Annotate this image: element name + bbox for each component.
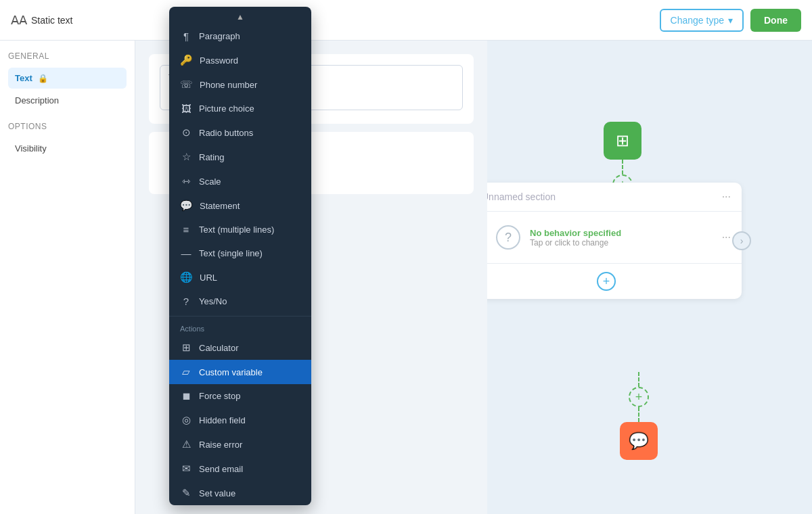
section-title: Unnamed section [487,191,556,202]
connector-bottom [638,372,639,387]
section-card: Unnamed section ··· ? No behavior specif… [487,183,742,299]
dropdown-item-label-calculator: Calculator [199,343,239,353]
header: 𝖠𝖠 Static text Change type ▾ Done [0,0,812,41]
app-title: Static text [31,15,72,26]
dropdown-item-label-hidden-field: Hidden field [199,415,246,425]
dropdown-item-radio[interactable]: ⊙ Radio buttons [169,120,311,145]
chat-icon: 💬 [629,431,649,450]
dropdown-item-password[interactable]: 🔑 Password [169,48,311,72]
calculator-icon: ⊞ [180,342,192,354]
url-icon: 🌐 [180,271,193,283]
change-type-button[interactable]: Change type ▾ [660,9,744,32]
behavior-text: No behavior specified Tap or click to ch… [530,228,713,248]
password-icon: 🔑 [180,54,193,66]
behavior-subtitle: Tap or click to change [530,238,713,248]
dropdown-item-set-value[interactable]: ✎ Set value [169,481,311,505]
text-multi-icon: ≡ [180,224,192,235]
dropdown-item-text-multi[interactable]: ≡ Text (multiple lines) [169,218,311,241]
dropdown-item-label-rating: Rating [199,152,225,162]
bottom-flow: + 💬 [620,372,658,460]
dropdown-item-label-raise-error: Raise error [199,440,242,450]
dropdown-item-url[interactable]: 🌐 URL [169,265,311,289]
hidden-field-icon: ◎ [180,414,192,426]
section-menu-button[interactable]: ··· [722,191,731,203]
text-single-icon: — [180,248,192,259]
dropdown-item-paragraph[interactable]: ¶ Paragraph [169,24,311,48]
entry-node[interactable]: ⊞ [604,122,641,160]
options-section: Options Visibility [8,122,127,159]
dropdown-item-label-statement: Statement [200,201,240,211]
chat-node[interactable]: 💬 [620,422,658,460]
dropdown-item-label-force-stop: Force stop [199,391,240,401]
dropdown-item-scale[interactable]: ⇿ Scale [169,169,311,193]
dropdown-item-label-scale: Scale [199,177,221,187]
dropdown-item-label-custom-variable: Custom variable [199,367,263,377]
paragraph-icon: ¶ [180,30,192,42]
dropdown-item-label-picture: Picture choice [199,103,254,114]
description-label: Description [15,95,59,106]
yesno-icon: ? [180,296,192,307]
entry-icon: ⊞ [616,131,629,150]
raise-error-icon: ⚠ [180,438,192,450]
radio-icon: ⊙ [180,126,192,139]
text-label: Text [15,73,32,83]
dropdown-item-picture[interactable]: 🖼 Picture choice [169,97,311,120]
done-button[interactable]: Done [750,9,801,32]
left-sidebar: General Text 🔒 Description Options Visib… [0,41,135,514]
visibility-label: Visibility [15,143,47,154]
dropdown-item-custom-variable[interactable]: ▱ Custom variable [169,360,311,384]
sidebar-item-text[interactable]: Text 🔒 [8,68,127,89]
force-stop-icon: ⏹ [180,390,192,402]
section-add-row: + [487,264,742,299]
add-node-bottom[interactable]: + [629,387,649,407]
behavior-menu-button[interactable]: ··· [722,231,731,243]
scale-icon: ⇿ [180,175,192,187]
dropdown-item-label-url: URL [200,273,217,283]
options-section-label: Options [8,122,127,131]
dropdown-item-label-password: Password [200,55,238,66]
behavior-icon: ? [496,225,520,250]
dropdown-item-label-phone: Phone number [200,80,257,90]
dropdown-menu: ▲ ¶ Paragraph 🔑 Password ☏ Phone number … [169,7,311,505]
dropdown-item-hidden-field[interactable]: ◎ Hidden field [169,408,311,432]
sidebar-item-description[interactable]: Description [8,90,127,111]
dropdown-item-label-set-value: Set value [199,488,235,498]
dropdown-item-label-text-multi: Text (multiple lines) [199,225,274,235]
app-logo: 𝖠𝖠 Static text [11,13,72,28]
connector-top [622,160,623,174]
dropdown-item-yesno[interactable]: ? Yes/No [169,289,311,313]
custom-variable-icon: ▱ [180,366,192,378]
set-value-icon: ✎ [180,487,192,499]
send-email-icon: ✉ [180,463,192,475]
sidebar-item-visibility[interactable]: Visibility [8,138,127,159]
dropdown-item-label-text-single: Text (single line) [199,248,263,258]
dropdown-item-rating[interactable]: ☆ Rating [169,145,311,169]
dropdown-item-send-email[interactable]: ✉ Send email [169,457,311,481]
expand-right-button[interactable]: › [732,231,751,250]
dropdown-item-calculator[interactable]: ⊞ Calculator [169,335,311,360]
dropdown-item-text-single[interactable]: — Text (single line) [169,241,311,265]
dropdown-item-force-stop[interactable]: ⏹ Force stop [169,384,311,408]
dropdown-item-label-yesno: Yes/No [199,296,227,306]
dropdown-item-statement[interactable]: 💬 Statement [169,193,311,218]
behavior-title: No behavior specified [530,228,713,238]
canvas-area: ⊞ + Unnamed section ··· ? No behavior sp… [487,41,812,514]
dropdown-up-arrow: ▲ [169,7,311,24]
section-add-button[interactable]: + [597,272,616,291]
section-header: Unnamed section ··· [487,183,742,212]
change-type-label: Change type [671,15,724,26]
dropdown-divider [169,316,311,317]
chevron-down-icon: ▾ [728,15,733,26]
phone-icon: ☏ [180,78,193,91]
lock-icon: 🔒 [38,74,48,83]
dropdown-item-label-paragraph: Paragraph [199,31,240,41]
dropdown-item-phone[interactable]: ☏ Phone number [169,72,311,97]
dropdown-item-label-radio: Radio buttons [199,128,253,138]
picture-icon: 🖼 [180,103,192,114]
general-section-label: General [8,51,127,61]
statement-icon: 💬 [180,200,193,212]
logo-icon: 𝖠𝖠 [11,13,27,28]
section-behavior[interactable]: ? No behavior specified Tap or click to … [487,212,742,264]
rating-icon: ☆ [180,151,192,163]
dropdown-item-raise-error[interactable]: ⚠ Raise error [169,432,311,457]
